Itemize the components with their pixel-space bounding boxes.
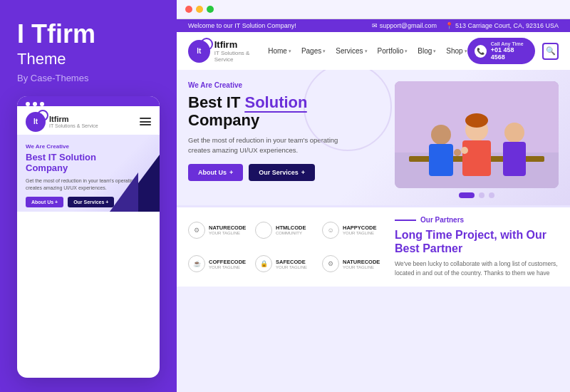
browser-dot-minimize[interactable] — [196, 6, 203, 13]
svg-point-10 — [454, 149, 461, 156]
info-email: ✉ support@gmail.com — [372, 22, 437, 29]
nav-bar: It Itfirm IT Solutions & Service Home ▾ … — [177, 32, 570, 70]
svg-point-6 — [465, 113, 488, 128]
partners-line-decoration — [395, 220, 416, 221]
hero-solution-text: Solution — [244, 93, 307, 111]
partner-tag-5: YOUR TAGLINE — [343, 265, 380, 269]
mobile-creative-label: We Are Creative — [26, 143, 151, 150]
hero-right — [395, 81, 559, 198]
info-bar: Welcome to our IT Solution Company! ✉ su… — [177, 19, 570, 32]
svg-point-11 — [461, 147, 468, 154]
nav-link-shop[interactable]: Shop ▾ — [446, 47, 467, 55]
partners-h2-colored: Best Partner — [395, 242, 462, 254]
svg-rect-7 — [462, 140, 491, 176]
partner-name-4: SAFECODE — [276, 259, 307, 265]
partners-description: We've been lucky to collaborate with a l… — [395, 259, 559, 278]
search-button[interactable]: 🔍 — [542, 43, 559, 60]
partner-icon-4: 🔒 — [255, 255, 272, 272]
brand-by: By Case-Themes — [17, 73, 160, 83]
mobile-menu-button[interactable] — [140, 118, 151, 125]
hero-creative-label: We Are Creative — [188, 81, 383, 89]
mobile-logo-sub: IT Solutions & Service — [49, 123, 98, 128]
browser-dots — [185, 6, 214, 13]
chevron-down-icon: ▾ — [289, 48, 291, 54]
carousel-dot-2[interactable] — [479, 192, 484, 198]
info-bar-welcome: Welcome to our IT Solution Company! — [188, 22, 296, 29]
mobile-logo-text: Itfirm — [49, 115, 98, 123]
nav-right: 📞 Call Any Time +01 458 4568 🔍 — [467, 38, 559, 64]
partner-icon-3: ☕ — [188, 255, 205, 272]
chevron-down-icon: ▾ — [365, 48, 368, 54]
hero-heading: Best IT Solution Company — [188, 93, 383, 130]
website-content: Welcome to our IT Solution Company! ✉ su… — [177, 19, 570, 392]
right-panel: Welcome to our IT Solution Company! ✉ su… — [177, 0, 570, 392]
hero-h1-line2: Company — [188, 111, 259, 129]
svg-rect-9 — [503, 142, 526, 176]
hero-h1-plain: Best IT — [188, 93, 244, 111]
location-icon: 📍 — [445, 22, 453, 29]
nav-link-services[interactable]: Services ▾ — [336, 47, 367, 55]
partner-icon-0: ⚙ — [188, 222, 205, 239]
mobile-services-button[interactable]: Our Services + — [68, 197, 114, 207]
nav-link-pages[interactable]: Pages ▾ — [301, 47, 326, 55]
mobile-hero-h1-line2: Company — [26, 163, 68, 173]
mobile-hero-solution: Solution — [59, 152, 96, 163]
partner-name-5: NATURECODE — [343, 259, 380, 265]
partner-name-2: HAPPYCODE — [343, 225, 377, 231]
partner-tag-0: YOUR TAGLINE — [209, 231, 246, 235]
svg-point-8 — [504, 123, 524, 143]
hero-description: Get the most of reduction in your team's… — [188, 135, 359, 156]
left-panel: I Tfirm Theme By Case-Themes It Itfirm I… — [0, 0, 177, 392]
chevron-down-icon: ▾ — [323, 48, 326, 54]
nav-phone-button[interactable]: 📞 Call Any Time +01 458 4568 — [467, 38, 535, 64]
mobile-hero-h1-plain: Best IT — [26, 152, 59, 163]
search-icon: 🔍 — [546, 46, 556, 56]
nav-logo-icon: It — [188, 40, 210, 63]
partners-logos: ⚙ NATURECODE YOUR TAGLINE HTMLCODE COMMU… — [188, 216, 383, 278]
mobile-logo: It Itfirm IT Solutions & Service — [26, 112, 98, 132]
nav-link-home[interactable]: Home ▾ — [268, 47, 291, 55]
mobile-header-bar — [17, 96, 160, 106]
mobile-logo-icon: It — [26, 112, 46, 132]
brand-subtitle: Theme — [17, 50, 160, 68]
mobile-hero: We Are Creative Best IT Solution Company… — [17, 135, 160, 212]
partner-tag-1: COMMUNITY — [276, 231, 306, 235]
info-bar-right: ✉ support@gmail.com 📍 513 Carriage Court… — [372, 22, 559, 29]
partner-name-1: HTMLCODE — [276, 225, 306, 231]
svg-point-3 — [431, 125, 451, 145]
hero-section: We Are Creative Best IT Solution Company… — [177, 70, 570, 205]
call-any-time: Call Any Time — [491, 41, 528, 46]
phone-icon: 📞 — [475, 45, 487, 58]
carousel-dot-3[interactable] — [489, 192, 494, 198]
partners-label: Our Partners — [395, 216, 559, 224]
about-us-button[interactable]: About Us + — [188, 164, 243, 181]
mobile-logo-bar: It Itfirm IT Solutions & Service — [17, 106, 160, 135]
chevron-down-icon: ▾ — [433, 48, 436, 54]
carousel-dot-1[interactable] — [459, 192, 475, 198]
browser-dot-close[interactable] — [185, 6, 192, 13]
browser-bar — [177, 0, 570, 19]
nav-link-portfolio[interactable]: Portfolio ▾ — [378, 47, 408, 55]
partners-heading: Long Time Project, with Our Best Partner — [395, 228, 559, 255]
browser-dot-maximize[interactable] — [207, 6, 214, 13]
phone-number: +01 458 4568 — [491, 46, 528, 61]
partner-logo-0: ⚙ NATURECODE YOUR TAGLINE — [188, 216, 249, 244]
our-services-button[interactable]: Our Services + — [249, 164, 315, 181]
mobile-about-button[interactable]: About Us + — [26, 197, 63, 207]
partner-name-3: COFFEECODE — [209, 259, 246, 265]
carousel-dots — [395, 192, 559, 198]
svg-rect-4 — [429, 144, 453, 176]
partners-section: ⚙ NATURECODE YOUR TAGLINE HTMLCODE COMMU… — [177, 207, 570, 287]
plus-icon: + — [229, 169, 233, 176]
hero-image — [395, 81, 559, 188]
plus-icon: + — [301, 169, 305, 176]
partner-icon-1 — [255, 222, 272, 239]
partner-logo-2: ☺ HAPPYCODE YOUR TAGLINE — [322, 216, 383, 244]
brand-title: I Tfirm — [17, 20, 160, 48]
partner-logo-5: ⚙ NATURECODE YOUR TAGLINE — [322, 249, 383, 277]
nav-link-blog[interactable]: Blog ▾ — [418, 47, 436, 55]
hero-buttons: About Us + Our Services + — [188, 164, 383, 181]
hero-illustration — [395, 81, 559, 188]
nav-logo-sub: IT Solutions & Service — [214, 50, 268, 63]
nav-logo: It Itfirm IT Solutions & Service — [188, 39, 268, 63]
